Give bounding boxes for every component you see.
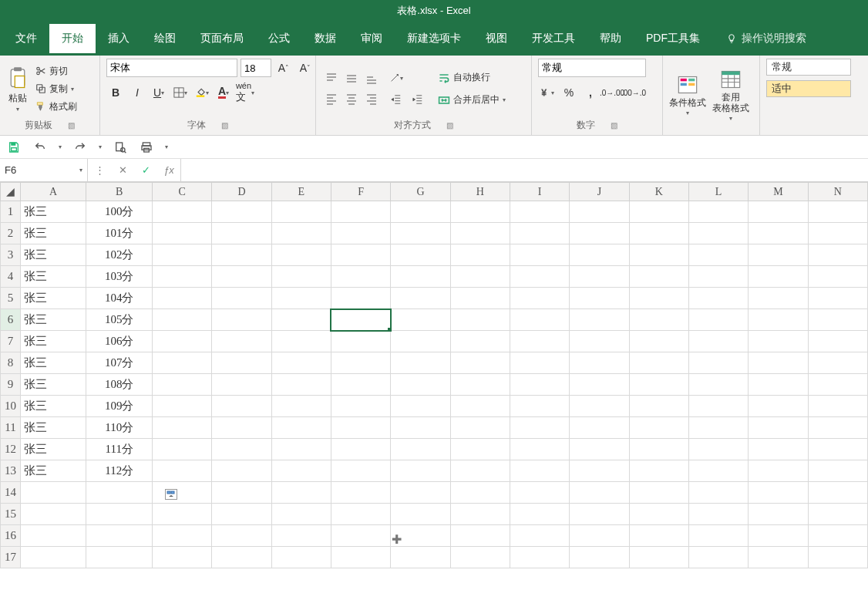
cell-A15[interactable] xyxy=(20,504,86,525)
cell-H12[interactable] xyxy=(450,439,510,460)
cell-K9[interactable] xyxy=(629,374,688,396)
cell-C16[interactable] xyxy=(153,525,212,547)
fill-color-button[interactable]: ▾ xyxy=(193,83,211,102)
cell-K4[interactable] xyxy=(629,266,688,288)
cell-M13[interactable] xyxy=(749,460,808,482)
cell-L3[interactable] xyxy=(688,244,748,266)
cell-A4[interactable]: 张三 xyxy=(20,266,86,288)
cell-A9[interactable]: 张三 xyxy=(20,374,86,396)
cell-I3[interactable] xyxy=(510,244,569,266)
cell-A3[interactable]: 张三 xyxy=(20,244,86,266)
cell-B6[interactable]: 105分 xyxy=(86,309,153,331)
cell-J14[interactable] xyxy=(570,482,629,504)
cell-N2[interactable] xyxy=(808,223,867,244)
cell-M6[interactable] xyxy=(749,309,808,331)
cell-A1[interactable]: 张三 xyxy=(20,201,86,223)
cell-J13[interactable] xyxy=(570,460,629,482)
redo-button[interactable] xyxy=(72,140,88,155)
cell-I12[interactable] xyxy=(510,439,569,460)
cell-B15[interactable] xyxy=(86,504,153,525)
cell-N1[interactable] xyxy=(808,201,867,223)
cell-C15[interactable] xyxy=(153,504,212,525)
cell-N17[interactable] xyxy=(808,547,867,568)
cell-M12[interactable] xyxy=(749,439,808,460)
tab-developer[interactable]: 开发工具 xyxy=(520,24,587,53)
row-hdr[interactable]: 11 xyxy=(1,417,21,439)
cell-C13[interactable] xyxy=(153,460,212,482)
cell-F2[interactable] xyxy=(331,223,390,244)
cell-N7[interactable] xyxy=(808,331,867,352)
row-hdr[interactable]: 2 xyxy=(1,223,21,244)
cell-C10[interactable] xyxy=(153,396,212,417)
cell-A2[interactable]: 张三 xyxy=(20,223,86,244)
accounting-button[interactable]: ¥▾ xyxy=(538,83,557,102)
cell-E16[interactable] xyxy=(271,525,331,547)
cell-H8[interactable] xyxy=(450,352,510,374)
fx-icon[interactable]: ƒx xyxy=(157,164,180,176)
col-hdr-F[interactable]: F xyxy=(331,183,390,201)
cell-H11[interactable] xyxy=(450,417,510,439)
cell-C14[interactable] xyxy=(153,482,212,504)
cell-J15[interactable] xyxy=(570,504,629,525)
cell-K15[interactable] xyxy=(629,504,688,525)
cell-M16[interactable] xyxy=(749,525,808,547)
cell-M9[interactable] xyxy=(749,374,808,396)
cell-M4[interactable] xyxy=(749,266,808,288)
cell-L2[interactable] xyxy=(688,223,748,244)
cell-D14[interactable] xyxy=(212,482,271,504)
row-hdr[interactable]: 9 xyxy=(1,374,21,396)
cell-I9[interactable] xyxy=(510,374,569,396)
cell-J1[interactable] xyxy=(570,201,629,223)
cell-J4[interactable] xyxy=(570,266,629,288)
cell-A16[interactable] xyxy=(20,525,86,547)
cell-C8[interactable] xyxy=(153,352,212,374)
cell-F5[interactable] xyxy=(331,288,390,309)
cell-C1[interactable] xyxy=(153,201,212,223)
cell-G8[interactable] xyxy=(391,352,450,374)
cell-J11[interactable] xyxy=(570,417,629,439)
cell-B5[interactable]: 104分 xyxy=(86,288,153,309)
cell-I10[interactable] xyxy=(510,396,569,417)
cell-L1[interactable] xyxy=(688,201,748,223)
col-hdr-M[interactable]: M xyxy=(749,183,808,201)
cell-C12[interactable] xyxy=(153,439,212,460)
cell-H1[interactable] xyxy=(450,201,510,223)
decrease-font-button[interactable]: A˅ xyxy=(296,59,315,77)
cell-M3[interactable] xyxy=(749,244,808,266)
font-size-select[interactable] xyxy=(241,59,271,77)
cell-B10[interactable]: 109分 xyxy=(86,396,153,417)
cell-B8[interactable]: 107分 xyxy=(86,352,153,374)
cell-M8[interactable] xyxy=(749,352,808,374)
cell-F1[interactable] xyxy=(331,201,390,223)
cell-F4[interactable] xyxy=(331,266,390,288)
cell-A12[interactable]: 张三 xyxy=(20,439,86,460)
cell-C11[interactable] xyxy=(153,417,212,439)
merge-center-button[interactable]: 合并后居中▾ xyxy=(436,93,507,107)
cell-E8[interactable] xyxy=(271,352,331,374)
cell-I11[interactable] xyxy=(510,417,569,439)
cell-E2[interactable] xyxy=(271,223,331,244)
cut-button[interactable]: 剪切 xyxy=(34,64,79,79)
align-left-button[interactable] xyxy=(322,89,341,108)
cell-N5[interactable] xyxy=(808,288,867,309)
number-launcher-icon[interactable]: ▧ xyxy=(611,121,617,130)
cell-K14[interactable] xyxy=(629,482,688,504)
cell-D5[interactable] xyxy=(212,288,271,309)
cell-M2[interactable] xyxy=(749,223,808,244)
cell-B9[interactable]: 108分 xyxy=(86,374,153,396)
row-hdr[interactable]: 10 xyxy=(1,396,21,417)
tab-data[interactable]: 数据 xyxy=(302,24,348,53)
row-hdr[interactable]: 16 xyxy=(1,525,21,547)
cell-D15[interactable] xyxy=(212,504,271,525)
cell-L7[interactable] xyxy=(688,331,748,352)
row-hdr[interactable]: 12 xyxy=(1,439,21,460)
cell-G9[interactable] xyxy=(391,374,450,396)
cell-I16[interactable] xyxy=(510,525,569,547)
wrap-text-button[interactable]: 自动换行 xyxy=(436,70,507,85)
cell-N11[interactable] xyxy=(808,417,867,439)
cell-E17[interactable] xyxy=(271,547,331,568)
cell-N3[interactable] xyxy=(808,244,867,266)
cell-G3[interactable] xyxy=(391,244,450,266)
cell-L6[interactable] xyxy=(688,309,748,331)
cell-A7[interactable]: 张三 xyxy=(20,331,86,352)
